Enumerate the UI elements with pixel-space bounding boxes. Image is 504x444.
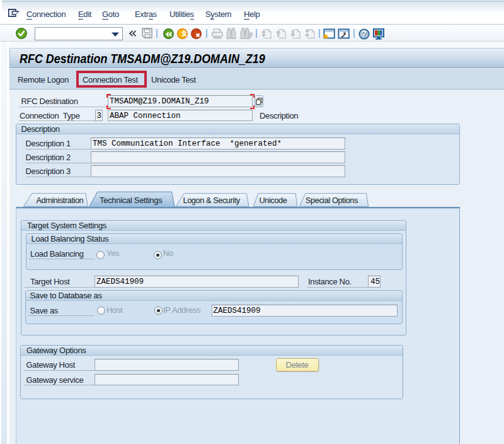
svg-text:?: ? <box>362 29 367 38</box>
